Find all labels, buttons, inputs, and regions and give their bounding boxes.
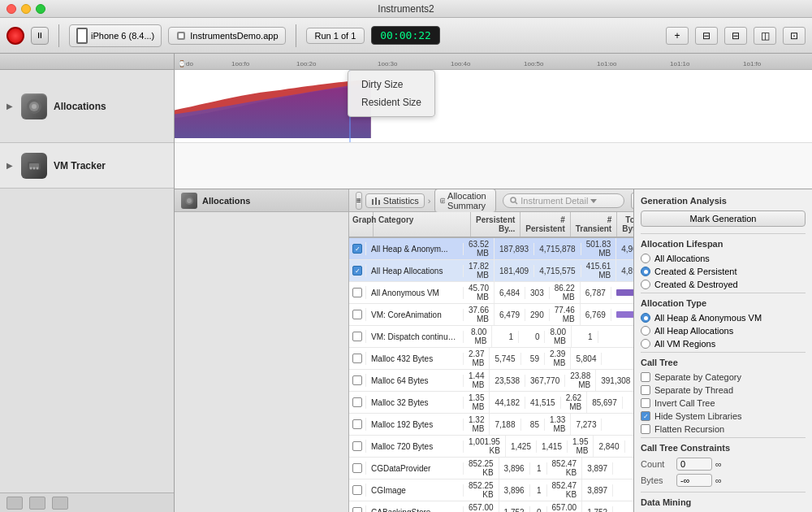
call-tree-option-2[interactable]: Invert Call Tree (641, 398, 806, 408)
call-tree-option-1[interactable]: Separate by Thread (641, 385, 806, 395)
table-row[interactable]: Malloc 720 Bytes 1,001.95 KB 1,425 1,415… (349, 436, 633, 458)
td-checkbox[interactable] (352, 310, 362, 319)
td-persistent: 37.66 MB (464, 304, 495, 325)
td-persistent: 63.52 MB (464, 238, 495, 259)
vm-tracker-chart-row (175, 143, 812, 189)
app-selector[interactable]: InstrumentsDemo.app (168, 27, 285, 45)
toolbar-btn-1[interactable]: ⊟ (695, 27, 718, 45)
pause-button[interactable]: ⏸ (31, 27, 49, 45)
svg-point-20 (511, 197, 516, 202)
add-instrument-button[interactable]: + (666, 27, 689, 45)
table-row[interactable]: VM: CoreAnimation 37.66 MB 6,479 290 77.… (349, 304, 633, 326)
table-row[interactable]: Malloc 432 Bytes 2.37 MB 5,745 59 2.39 M… (349, 348, 633, 370)
call-tree-option-3[interactable]: ✓ Hide System Libraries (641, 411, 806, 421)
vm-tracker-instrument-row[interactable]: ▶ VM Tracker (0, 143, 174, 189)
td-checkbox[interactable] (352, 375, 362, 385)
td-num-persistent: 44,182 (490, 397, 525, 409)
td-total-bytes: 2.62 MB (561, 392, 587, 413)
table-row[interactable]: CGImage 852.25 KB 3,896 1 852.47 KB 3,89… (349, 479, 633, 501)
td-transient-total (611, 310, 633, 319)
table-row[interactable]: Malloc 64 Bytes 1.44 MB 23,538 367,770 2… (349, 370, 633, 392)
alloc-summary-nav-btn[interactable]: Allocation Summary (434, 189, 497, 213)
td-persistent: 852.25 KB (464, 458, 499, 479)
td-persistent: 1.35 MB (464, 392, 490, 413)
call-tree-option-0[interactable]: Separate by Category (641, 372, 806, 382)
td-checkbox[interactable] (352, 507, 362, 512)
toolbar-btn-3[interactable]: ◫ (754, 27, 776, 45)
lifespan-option-1[interactable]: Created & Persistent (641, 267, 806, 276)
td-graph (349, 418, 366, 431)
td-transient: 290 (525, 309, 550, 321)
td-persistent: 17.82 MB (464, 260, 495, 281)
sidebar-bottom-btn-2[interactable] (29, 497, 45, 510)
checkbox-label: Separate by Category (654, 372, 741, 382)
toolbar-separator-2 (296, 24, 296, 47)
table-row[interactable]: Malloc 192 Bytes 1.32 MB 7,188 85 1.33 M… (349, 414, 633, 436)
minimize-button[interactable] (21, 4, 31, 14)
main-content: ⌚do 1oo:fo 1oo:2o 1oo:3o 1oo:4o 1oo:5o 1… (175, 54, 812, 512)
svg-rect-19 (441, 202, 443, 202)
run-selector[interactable]: Run 1 of 1 (306, 28, 365, 44)
instrument-detail-search[interactable]: Instrument Detail (503, 193, 624, 208)
td-checkbox[interactable] (352, 441, 362, 451)
td-checkbox[interactable] (352, 332, 362, 341)
td-checkbox[interactable]: ✓ (352, 266, 362, 276)
td-checkbox[interactable] (352, 288, 362, 297)
record-button[interactable] (6, 27, 24, 45)
td-checkbox[interactable] (352, 354, 362, 363)
constraint-input[interactable] (676, 458, 712, 471)
popup-dirty-size[interactable]: Dirty Size (361, 76, 421, 93)
th-total-bytes: Total Bytes (617, 212, 633, 236)
call-tree-option-4[interactable]: Flatten Recursion (641, 424, 806, 434)
table-row[interactable]: Malloc 32 Bytes 1.35 MB 44,182 41,515 2.… (349, 392, 633, 414)
device-selector[interactable]: iPhone 6 (8.4...) (69, 24, 162, 47)
nav-icon-btn[interactable]: ≡ (356, 192, 362, 210)
lifespan-option-2[interactable]: Created & Destroyed (641, 280, 806, 289)
svg-point-9 (37, 167, 39, 169)
sidebar-bottom-btn-3[interactable] (52, 497, 68, 510)
statistics-nav-btn[interactable]: Statistics (365, 193, 425, 208)
svg-rect-1 (179, 33, 184, 38)
th-persistent: Persistent By... (471, 212, 520, 236)
svg-point-4 (32, 104, 37, 109)
td-graph (349, 484, 366, 497)
constraint-input[interactable] (676, 474, 712, 487)
table-row[interactable]: CGDataProvider 852.25 KB 3,896 1 852.47 … (349, 458, 633, 479)
alloc-summary-icon (440, 196, 446, 206)
table-row[interactable]: CABackingStore 657.00 KB 1,752 0 657.00 … (349, 501, 633, 512)
lifespan-option-0[interactable]: All Allocations (641, 254, 806, 263)
allocations-instrument-row[interactable]: ▶ Allocations (0, 70, 174, 143)
td-checkbox[interactable] (352, 463, 362, 473)
td-num-persistent: 181,409 (495, 265, 534, 277)
toolbar-btn-2[interactable]: ⊟ (724, 27, 747, 45)
popup-resident-size[interactable]: Resident Size (361, 93, 421, 111)
sidebar-bottom-btn-1[interactable] (6, 497, 23, 510)
td-checkbox[interactable]: ✓ (352, 244, 362, 254)
type-option-1[interactable]: All Heap Allocations (641, 326, 806, 336)
ruler-tick-1: 1oo:fo (231, 60, 249, 67)
nav-chevron: › (428, 196, 431, 206)
statistics-label: Statistics (383, 196, 419, 206)
checkbox-box (641, 372, 650, 382)
toolbar: ⏸ iPhone 6 (8.4...) InstrumentsDemo.app … (0, 18, 812, 54)
table-row[interactable]: All Anonymous VM 45.70 MB 6,484 303 86.2… (349, 282, 633, 304)
type-option-2[interactable]: All VM Regions (641, 339, 806, 349)
type-option-0[interactable]: All Heap & Anonymous VM (641, 313, 806, 323)
td-transient-total (625, 445, 634, 448)
table-row[interactable]: ✓ All Heap & Anonym... 63.52 MB 187,893 … (349, 238, 633, 260)
td-checkbox[interactable] (352, 485, 362, 495)
toolbar-btn-4[interactable]: ⊡ (783, 27, 806, 45)
td-graph (349, 352, 366, 365)
close-button[interactable] (6, 4, 16, 14)
call-tree-title: Call Tree (641, 352, 806, 367)
td-checkbox[interactable] (352, 397, 362, 407)
table-row[interactable]: ✓ All Heap Allocations 17.82 MB 181,409 … (349, 260, 633, 282)
td-checkbox[interactable] (352, 419, 362, 429)
td-persistent: 1,001.95 KB (464, 436, 506, 457)
table-row[interactable]: VM: Dispatch continuations 8.00 MB 1 0 8… (349, 326, 633, 348)
td-graph (349, 286, 366, 299)
maximize-button[interactable] (36, 4, 45, 14)
run-label: Run 1 of 1 (315, 31, 356, 41)
mark-generation-button[interactable]: Mark Generation (641, 210, 806, 227)
constraint-label: Count (641, 459, 673, 469)
